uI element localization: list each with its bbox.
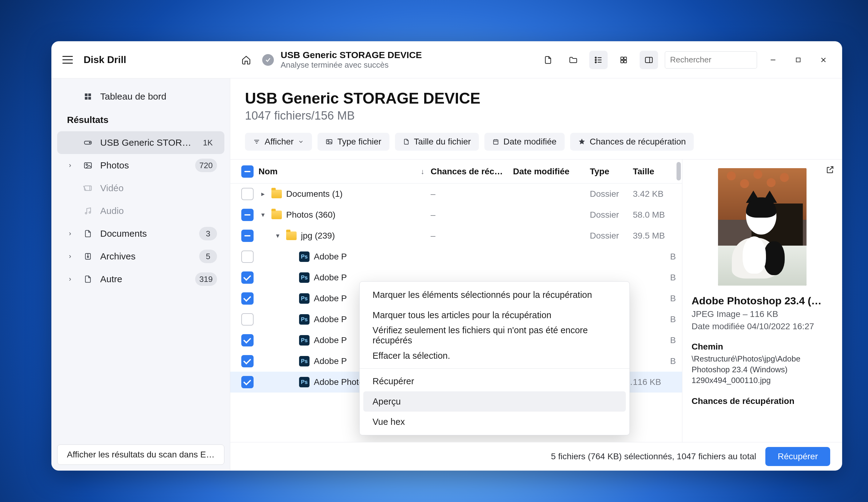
sidebar-item-1[interactable]: ›Photos720 (57, 154, 224, 177)
open-external-button[interactable] (825, 165, 835, 174)
filter-filesize[interactable]: Taille du fichier (395, 133, 479, 151)
view-list-button[interactable] (589, 51, 608, 69)
svg-point-1 (595, 59, 596, 61)
context-menu-item[interactable]: Effacer la sélection. (363, 346, 626, 366)
expand-caret[interactable]: ▾ (258, 211, 267, 219)
grid-header: Nom↓ Chances de réc… Date modifiée Type … (230, 160, 682, 184)
col-date[interactable]: Date modifiée (513, 167, 590, 176)
svg-rect-37 (327, 140, 332, 144)
minimize-icon (769, 56, 777, 64)
table-row[interactable]: ▾Photos (360)–Dossier58.0 MB (230, 204, 682, 225)
table-row[interactable]: ▾jpg (239)–Dossier39.5 MB (230, 225, 682, 246)
page-header: USB Generic STORAGE DEVICE 1047 fichiers… (230, 79, 842, 122)
toolbar-file-button[interactable] (539, 51, 557, 69)
row-name: Adobe P (314, 335, 347, 345)
sidebar-badge: 319 (195, 273, 217, 286)
row-checkbox[interactable] (241, 272, 254, 284)
window-minimize[interactable] (764, 51, 782, 69)
row-size: B (633, 252, 682, 262)
row-checkbox[interactable] (241, 209, 254, 221)
window-maximize[interactable] (789, 51, 807, 69)
table-row[interactable]: ▸Documents (1)–Dossier3.42 KB (230, 184, 682, 204)
drive-icon (82, 138, 94, 147)
photoshop-icon: Ps (299, 293, 310, 304)
row-size: B (633, 273, 682, 283)
context-menu-item[interactable]: Aperçu (363, 391, 626, 412)
grid-wrap: Nom↓ Chances de réc… Date modifiée Type … (230, 159, 842, 442)
image-icon (82, 161, 94, 170)
view-panel-button[interactable] (640, 51, 658, 69)
sidebar-item-3[interactable]: Audio (57, 199, 224, 222)
svg-point-2 (595, 61, 596, 63)
context-menu-item[interactable]: Vue hex (363, 412, 626, 432)
row-checkbox[interactable] (241, 334, 254, 347)
sidebar-item-6[interactable]: ›Autre319 (57, 268, 224, 290)
row-size: B (633, 356, 682, 366)
other-icon (82, 275, 94, 284)
details-path-label: Chemin (692, 342, 833, 352)
table-row[interactable]: PsAdobe PB (230, 246, 682, 267)
dashboard-icon (83, 92, 93, 101)
preview-thumbnail[interactable] (718, 168, 807, 286)
context-menu-item[interactable]: Marquer les éléments sélectionnés pour l… (363, 285, 626, 305)
row-checkbox[interactable] (241, 293, 254, 305)
expand-caret[interactable]: ▸ (258, 190, 267, 198)
toolbar-folder-button[interactable] (564, 51, 582, 69)
row-size: B (633, 315, 682, 324)
details-title: Adobe Photoshop 23.4 (… (692, 295, 833, 307)
svg-point-29 (85, 213, 87, 214)
row-checkbox[interactable] (241, 250, 254, 263)
photoshop-icon: Ps (299, 335, 310, 346)
sidebar-item-2[interactable]: Vidéo (57, 177, 224, 199)
window-close[interactable] (814, 51, 833, 69)
menu-button[interactable] (60, 53, 75, 67)
row-checkbox[interactable] (241, 313, 254, 326)
filter-datemod-label: Date modifiée (504, 137, 557, 147)
recover-button[interactable]: Récupérer (765, 447, 830, 466)
row-checkbox[interactable] (241, 188, 254, 200)
filter-filetype[interactable]: Type fichier (318, 133, 389, 151)
row-name: Adobe P (314, 252, 347, 262)
scrollbar[interactable] (676, 162, 681, 181)
rows: ▸Documents (1)–Dossier3.42 KB▾Photos (36… (230, 184, 682, 442)
col-chance[interactable]: Chances de réc… (431, 167, 513, 176)
home-button[interactable] (237, 51, 256, 69)
row-checkbox[interactable] (241, 376, 254, 388)
sidebar-item-label: Vidéo (100, 183, 217, 193)
view-grid-button[interactable] (614, 51, 633, 69)
page-title: USB Generic STORAGE DEVICE (245, 90, 827, 107)
doc-icon (82, 229, 94, 238)
details-path: \Restructuré\Photos\jpg\Adobe Photoshop … (692, 354, 833, 386)
row-type: Dossier (590, 189, 633, 199)
svg-rect-8 (621, 60, 623, 63)
context-menu-item[interactable]: Vérifiez seulement les fichiers qui n'on… (363, 325, 626, 346)
sidebar-item-4[interactable]: ›Documents3 (57, 222, 224, 245)
folder-icon (286, 232, 297, 240)
panel-icon (644, 55, 653, 64)
row-checkbox[interactable] (241, 229, 254, 242)
context-menu-item[interactable]: Récupérer (363, 371, 626, 391)
filter-show[interactable]: Afficher (245, 133, 312, 151)
col-size[interactable]: Taille (633, 167, 682, 176)
details-recov-section: Chances de récupération (692, 396, 833, 406)
header-checkbox[interactable] (241, 165, 254, 178)
sidebar-item-0[interactable]: USB Generic STORAGE D…1K (57, 131, 224, 154)
search-box[interactable] (665, 51, 757, 69)
home-icon (241, 55, 251, 65)
row-checkbox[interactable] (241, 355, 254, 367)
titlebar-device: USB Generic STORAGE DEVICE (281, 50, 422, 60)
filter-datemod[interactable]: Date modifiée (484, 133, 565, 151)
expand-caret[interactable]: ▾ (273, 232, 282, 240)
filter-recov[interactable]: Chances de récupération (570, 133, 694, 151)
search-input[interactable] (670, 55, 770, 64)
footer-status: 5 fichiers (764 KB) sélectionnés, 1047 f… (551, 452, 756, 461)
photoshop-icon: Ps (299, 356, 310, 367)
col-name[interactable]: Nom↓ (258, 167, 431, 176)
sidebar-dashboard[interactable]: Tableau de bord (57, 85, 224, 108)
details-recov-label: Chances de récupération (692, 396, 833, 406)
show-results-explorer-button[interactable]: Afficher les résultats du scan dans E… (57, 444, 224, 465)
context-menu-item[interactable]: Marquer tous les articles pour la récupé… (363, 305, 626, 325)
sidebar-item-5[interactable]: ›Archives5 (57, 245, 224, 268)
chevron-right-icon: › (64, 229, 76, 238)
col-type[interactable]: Type (590, 167, 633, 176)
